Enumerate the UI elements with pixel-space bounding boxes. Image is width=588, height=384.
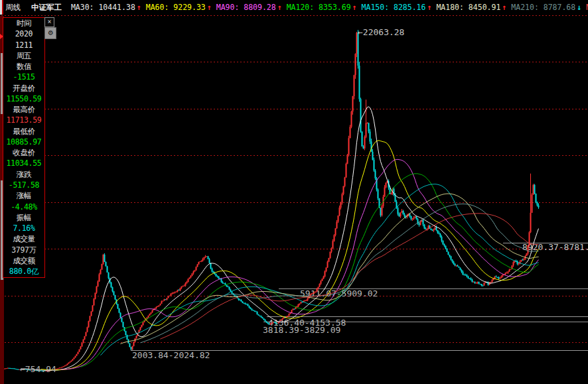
svg-text:←754.94: ←754.94 [20,364,56,374]
ma-indicator[interactable]: MA150: 8285.16↑ [362,3,432,12]
info-row: 11550.59 [3,94,44,104]
info-row: 周五 [3,50,44,61]
stock-chart-window: 5911.07-5909.024136.40-4153.583818.39-38… [0,0,588,384]
candlestick-chart[interactable]: 5911.07-5909.024136.40-4153.583818.39-38… [0,0,588,384]
ma-indicator-value: MA180: 8450.91 [436,3,500,12]
svg-text:8920.37-8781.84: 8920.37-8781.84 [522,242,588,252]
info-row: -4.48% [3,202,44,212]
info-row: 1211 [3,40,44,50]
trend-arrow-icon: ↑ [427,3,431,12]
info-row: 最低价 [3,126,44,137]
info-row: 涨幅 [3,190,44,201]
trend-arrow-icon: ↑ [277,3,282,12]
info-row: -1515 [3,72,44,82]
trend-arrow-icon: ↑ [137,3,141,12]
window-corner-decoration [0,0,3,15]
info-row: 11713.59 [3,115,44,125]
info-row: 10885.97 [3,137,44,147]
ma-indicator[interactable]: MA120: 8353.69↑ [287,3,357,12]
trend-arrow-icon: ↑ [352,3,357,12]
info-row: 成交量 [3,233,44,244]
period-label[interactable]: 周线 [5,3,21,12]
close-icon[interactable]: × [44,17,54,27]
trend-arrow-icon: ↑ [207,3,212,12]
gear-icon[interactable]: ⚙ [44,27,56,39]
ma-indicator-value: MA90: 8809.28 [216,3,276,12]
ma-indicator[interactable]: MA30: 10441.38↑ [71,3,141,12]
ma-indicator-value: MA210: 8787.68 [511,3,575,12]
symbol-name[interactable]: 中证军工 [31,3,62,12]
info-row: 成交额 [3,255,44,266]
info-row: 振幅 [3,212,44,223]
ma-values-row: MA30: 10441.38↑MA60: 9229.33↑MA90: 8809.… [66,3,588,12]
ma-indicator[interactable]: MA210: 8787.68↓ [511,3,581,12]
info-row: 时间 [3,18,44,29]
ma-indicator-value: MA60: 9229.33 [146,3,206,12]
ma-indicator[interactable]: MA90: 8809.28↑ [216,3,282,12]
svg-text:←22063.28: ←22063.28 [358,27,404,37]
info-row: 880.0亿 [3,266,44,277]
indicator-header-bar: 周线 中证军工 MA30: 10441.38↑MA60: 9229.33↑MA9… [0,0,588,15]
ma-indicator[interactable]: MA60: 9229.33↑ [146,3,212,12]
trend-arrow-icon: ↑ [502,3,506,12]
svg-text:2003.84-2024.82: 2003.84-2024.82 [132,350,210,360]
svg-text:3818.39-3829.09: 3818.39-3829.09 [263,325,340,335]
info-row: 7.16% [3,223,44,233]
ma-indicator-value: MA150: 8285.16 [362,3,426,12]
ma-indicator-value: MA120: 8353.69 [287,3,351,12]
info-row: 开盘价 [3,83,44,94]
info-panel: 时间20201211周五数值-1515开盘价11550.59最高价11713.5… [3,17,45,278]
info-row: 2020 [3,29,44,39]
info-row: 最高价 [3,104,44,115]
info-row: -517.58 [3,180,44,190]
info-row: 涨跌 [3,169,44,180]
info-row: 数值 [3,61,44,72]
ma-indicator[interactable]: MA180: 8450.91↑ [436,3,506,12]
info-row: 11034.55 [3,158,44,168]
ma-indicator-value: MA30: 10441.38 [71,3,135,12]
info-row: 收盘价 [3,147,44,158]
info-row: 3797万 [3,245,44,255]
trend-arrow-icon: ↓ [577,3,581,12]
